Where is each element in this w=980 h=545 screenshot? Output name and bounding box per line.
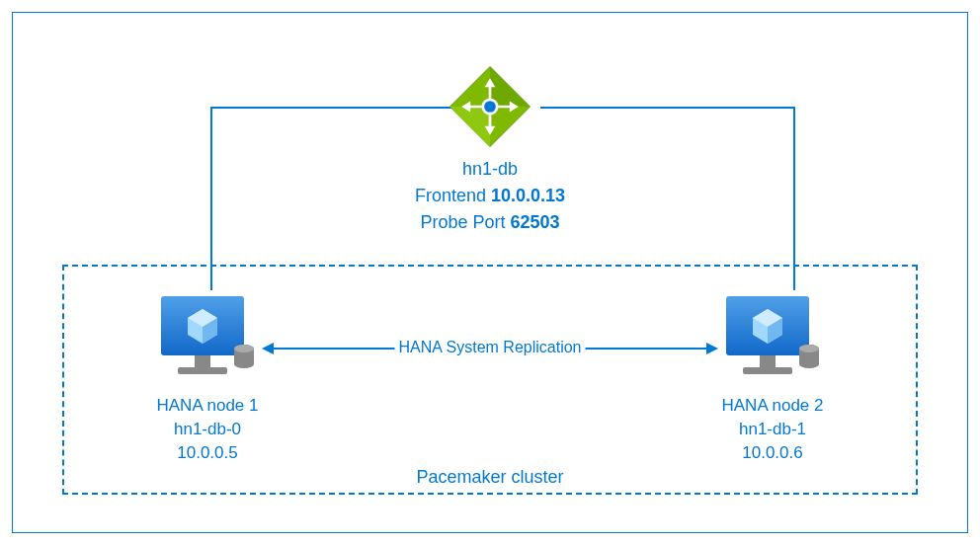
- svg-point-30: [799, 360, 819, 368]
- svg-rect-13: [195, 355, 210, 367]
- connector-line: [210, 107, 212, 290]
- lb-name: hn1-db: [415, 156, 565, 183]
- node-ip: 10.0.0.6: [718, 441, 827, 465]
- svg-point-31: [799, 345, 819, 352]
- node-title: HANA node 1: [153, 394, 262, 418]
- hana-node-1: HANA node 1 hn1-db-0 10.0.0.5: [153, 291, 262, 464]
- node-hostname: hn1-db-0: [153, 418, 262, 441]
- connector-line: [210, 107, 464, 109]
- load-balancer-labels: hn1-db Frontend 10.0.0.13 Probe Port 625…: [415, 156, 565, 236]
- hana-node-2: HANA node 2 hn1-db-1 10.0.0.6: [718, 291, 827, 464]
- node-ip: 10.0.0.5: [153, 441, 262, 465]
- node-hostname: hn1-db-1: [718, 418, 827, 441]
- connector-line: [793, 107, 795, 290]
- svg-rect-23: [760, 355, 776, 367]
- diagram-frame: hn1-db Frontend 10.0.0.13 Probe Port 625…: [12, 12, 968, 533]
- vm-icon: [718, 291, 827, 385]
- svg-rect-24: [743, 367, 792, 374]
- svg-point-20: [234, 360, 254, 368]
- load-balancer-icon: [446, 62, 534, 155]
- vm-icon: [153, 291, 262, 385]
- svg-point-21: [234, 345, 254, 352]
- node-title: HANA node 2: [718, 394, 827, 418]
- lb-probe-port: Probe Port 62503: [415, 209, 565, 236]
- connector-line: [540, 107, 795, 109]
- svg-point-3: [483, 100, 497, 114]
- svg-rect-14: [178, 367, 227, 374]
- pacemaker-cluster-box: Pacemaker cluster: [62, 265, 918, 495]
- cluster-label: Pacemaker cluster: [416, 467, 563, 488]
- lb-frontend: Frontend 10.0.0.13: [415, 183, 565, 209]
